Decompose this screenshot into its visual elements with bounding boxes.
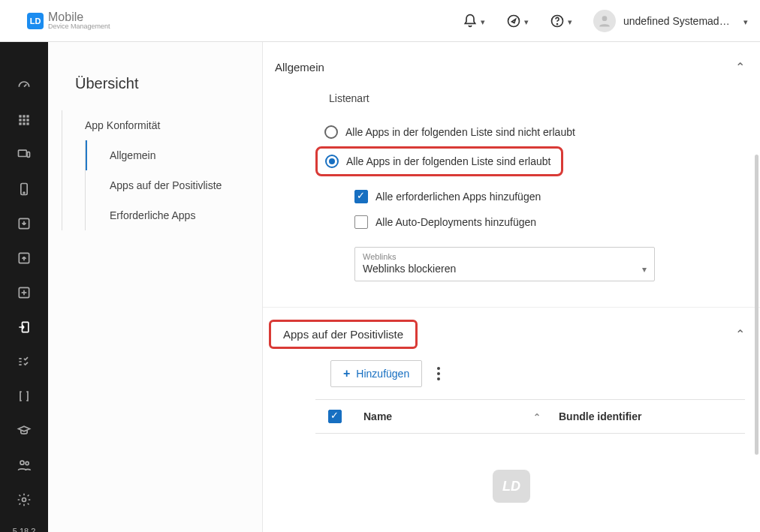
svg-rect-7 — [19, 119, 21, 121]
checkbox-icon — [354, 215, 368, 229]
column-header-bundle[interactable]: Bundle identifier — [550, 410, 745, 422]
allowlist-table-header: Name Bundle identifier — [315, 399, 745, 434]
radio-not-allowed-label: Alle Apps in der folgenden Liste sind ni… — [345, 126, 575, 138]
rail-tasks[interactable] — [12, 354, 36, 369]
rail-export[interactable] — [12, 251, 36, 266]
rail-version-label: 5.18.2 — [13, 527, 36, 532]
svg-point-22 — [26, 461, 29, 464]
chevron-down-icon — [568, 15, 572, 27]
activity-menu[interactable] — [506, 14, 529, 29]
radio-allowed[interactable]: Alle Apps in der folgenden Liste sind er… — [322, 152, 553, 171]
section-allowlist: Apps auf der Positivliste + Hinzufügen N… — [263, 308, 760, 532]
sort-asc-icon — [533, 410, 541, 422]
select-all-checkbox[interactable] — [328, 410, 342, 423]
rail-devices[interactable] — [12, 147, 36, 162]
section-allowlist-title: Apps auf der Positivliste — [283, 328, 403, 341]
svg-point-21 — [20, 461, 24, 464]
bell-icon — [463, 14, 478, 29]
rail-download[interactable] — [12, 285, 36, 300]
sidebar: Übersicht App Konformität Allgemein Apps… — [48, 42, 262, 532]
brand-line2: Device Management — [48, 23, 110, 30]
radio-not-allowed[interactable]: Alle Apps in der folgenden Liste sind ni… — [315, 118, 745, 146]
main-content: Allgemein Listenart Alle Apps in der fol… — [262, 42, 760, 532]
section-general-title: Allgemein — [275, 61, 324, 74]
checkbox-add-autodeploy-label: Alle Auto-Deployments hinzufügen — [375, 216, 536, 228]
chevron-down-icon — [743, 15, 748, 27]
sidebar-item-required[interactable]: Erforderliche Apps — [86, 200, 262, 230]
svg-point-16 — [23, 192, 25, 194]
rail-apps[interactable] — [12, 113, 36, 128]
highlight-allowlist-title: Apps auf der Positivliste — [269, 320, 418, 349]
nav-rail: 5.18.2 — [0, 42, 48, 532]
checkbox-add-required-label: Alle erforderlichen Apps hinzufügen — [375, 191, 541, 203]
download-icon — [17, 285, 32, 300]
checkbox-add-required[interactable]: Alle erforderlichen Apps hinzufügen — [354, 184, 745, 209]
svg-rect-10 — [19, 122, 21, 125]
svg-rect-11 — [23, 122, 25, 125]
weblinks-select[interactable]: Weblinks Weblinks blockieren — [354, 247, 655, 281]
sidebar-title: Übersicht — [48, 42, 262, 110]
user-menu[interactable]: undefined Systemadmi... — [593, 10, 748, 32]
svg-rect-13 — [19, 150, 27, 156]
listtype-label: Listenart — [315, 92, 745, 104]
sidebar-item-allgemein[interactable]: Allgemein — [86, 140, 262, 170]
checkbox-add-autodeploy[interactable]: Alle Auto-Deployments hinzufügen — [354, 209, 745, 235]
avatar — [593, 10, 616, 32]
brand-badge-icon: LD — [27, 13, 44, 29]
chevron-up-icon[interactable] — [735, 327, 745, 341]
weblinks-select-value: Weblinks blockieren — [363, 263, 456, 275]
radio-allowed-label: Alle Apps in der folgenden Liste sind er… — [346, 155, 550, 167]
plus-icon: + — [343, 367, 350, 380]
notifications-menu[interactable] — [463, 14, 485, 29]
empty-table-placeholder: LD — [263, 434, 760, 532]
sidebar-item-allowlist[interactable]: Apps auf der Positivliste — [86, 170, 262, 200]
more-actions-button[interactable] — [433, 362, 445, 385]
radio-icon — [325, 155, 339, 168]
chevron-down-icon — [524, 15, 529, 27]
rail-users[interactable] — [12, 458, 36, 473]
svg-rect-4 — [19, 115, 21, 117]
rail-settings[interactable] — [12, 492, 36, 507]
rail-dashboard[interactable] — [12, 78, 36, 93]
checkbox-icon — [354, 190, 368, 203]
phone-icon — [17, 182, 32, 197]
svg-point-23 — [23, 498, 26, 502]
chevron-up-icon — [735, 60, 745, 74]
section-general-header[interactable]: Allgemein — [263, 42, 760, 92]
placeholder-logo-icon: LD — [493, 470, 530, 503]
username-label: undefined Systemadmi... — [623, 15, 736, 27]
sidebar-root-appcompliance[interactable]: App Konformität — [62, 110, 262, 140]
rail-import[interactable] — [12, 216, 36, 231]
triangle-down-icon — [642, 263, 647, 275]
svg-point-2 — [557, 23, 558, 24]
brackets-icon — [17, 389, 32, 404]
compass-icon — [506, 14, 521, 29]
gear-icon — [17, 492, 32, 507]
weblinks-select-label: Weblinks — [363, 252, 456, 261]
svg-rect-14 — [27, 152, 29, 158]
help-menu[interactable] — [550, 14, 572, 29]
svg-rect-6 — [26, 115, 29, 117]
chevron-down-icon — [481, 15, 485, 27]
graduation-icon — [17, 423, 32, 438]
users-icon — [17, 458, 32, 473]
app-header: LD Mobile Device Management undefined Sy… — [0, 0, 760, 42]
radio-icon — [324, 125, 338, 139]
section-general: Allgemein Listenart Alle Apps in der fol… — [263, 42, 760, 308]
brand-line1: Mobile — [48, 11, 110, 23]
rail-enroll[interactable] — [12, 182, 36, 197]
grid-icon — [17, 113, 32, 128]
devices-icon — [17, 147, 32, 162]
person-icon — [597, 14, 612, 29]
rail-education[interactable] — [12, 423, 36, 438]
scrollbar[interactable] — [755, 155, 758, 455]
checklist-icon — [17, 354, 32, 369]
highlight-allowed-radio: Alle Apps in der folgenden Liste sind er… — [315, 146, 563, 176]
help-icon — [550, 14, 565, 29]
column-header-name[interactable]: Name — [354, 410, 550, 422]
rail-blank[interactable] — [12, 389, 36, 404]
svg-rect-9 — [26, 119, 29, 121]
rail-compliance[interactable] — [12, 320, 36, 335]
svg-rect-5 — [23, 115, 25, 117]
add-button[interactable]: + Hinzufügen — [330, 360, 422, 387]
